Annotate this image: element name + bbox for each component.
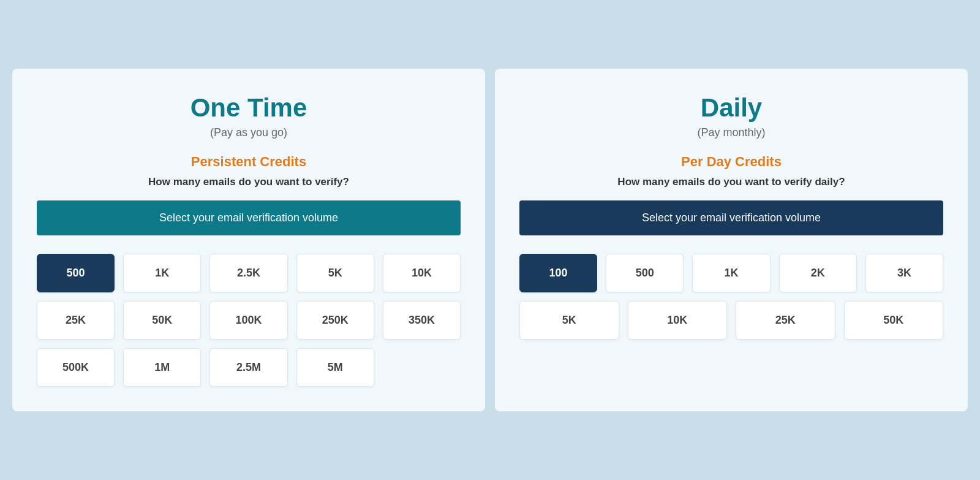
option-tile[interactable]: 500	[606, 254, 684, 292]
daily-options-row1: 100 500 1K 2K 3K	[519, 254, 943, 292]
panels-container: One Time (Pay as you go) Persistent Cred…	[12, 69, 968, 411]
one-time-credits-label: Persistent Credits	[191, 154, 306, 170]
option-tile[interactable]: 500K	[37, 348, 115, 387]
daily-title: Daily	[701, 93, 762, 123]
option-tile[interactable]: 500	[37, 254, 115, 292]
option-tile[interactable]: 100	[519, 254, 597, 292]
daily-subtitle: (Pay monthly)	[697, 126, 765, 139]
one-time-volume-button[interactable]: Select your email verification volume	[37, 200, 461, 235]
daily-verify-question: How many emails do you want to verify da…	[617, 176, 845, 188]
one-time-subtitle: (Pay as you go)	[210, 126, 287, 139]
option-tile[interactable]: 5K	[296, 254, 374, 292]
option-tile[interactable]: 50K	[844, 301, 944, 340]
one-time-verify-question: How many emails do you want to verify?	[148, 176, 349, 188]
option-tile[interactable]: 2K	[779, 254, 857, 292]
option-tile[interactable]: 10K	[383, 254, 461, 292]
option-tile[interactable]: 250K	[296, 301, 374, 340]
one-time-options-grid: 500 1K 2.5K 5K 10K 25K 50K 100K 250K 350…	[37, 254, 461, 387]
option-tile[interactable]: 25K	[736, 301, 835, 340]
option-tile[interactable]: 1K	[692, 254, 770, 292]
option-tile[interactable]: 3K	[865, 254, 943, 292]
option-tile[interactable]: 1K	[123, 254, 201, 292]
one-time-title: One Time	[190, 93, 307, 123]
option-tile[interactable]: 2.5K	[209, 254, 287, 292]
option-tile[interactable]: 2.5M	[209, 348, 287, 387]
daily-panel: Daily (Pay monthly) Per Day Credits How …	[495, 69, 968, 411]
option-tile[interactable]: 5M	[296, 348, 374, 387]
option-tile[interactable]: 5K	[519, 301, 619, 340]
option-tile[interactable]: 350K	[383, 301, 461, 340]
daily-volume-button[interactable]: Select your email verification volume	[519, 200, 943, 235]
option-tile[interactable]: 100K	[209, 301, 287, 340]
option-tile[interactable]: 50K	[123, 301, 201, 340]
option-tile[interactable]: 25K	[37, 301, 115, 340]
option-tile[interactable]: 1M	[123, 348, 201, 387]
daily-options-row2: 5K 10K 25K 50K	[519, 301, 943, 340]
option-tile[interactable]: 10K	[628, 301, 728, 340]
one-time-panel: One Time (Pay as you go) Persistent Cred…	[12, 69, 485, 411]
daily-credits-label: Per Day Credits	[681, 154, 782, 170]
